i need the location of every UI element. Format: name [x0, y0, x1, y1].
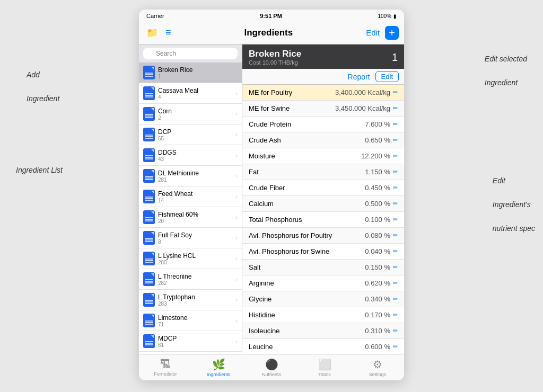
nutrient-value: 12.200 % ✏ — [361, 152, 398, 160]
tab-settings[interactable]: ⚙ Settings — [351, 354, 404, 380]
list-item[interactable]: Feed Wheat 14 › — [139, 186, 242, 207]
list-item[interactable]: DDGS 43 › — [139, 145, 242, 166]
chevron-right-icon: › — [235, 317, 238, 324]
nutrient-value: 7.600 % ✏ — [365, 120, 398, 128]
nutrient-row: Total Phosphorus 0.100 % ✏ — [242, 212, 404, 228]
edit-pencil-icon[interactable]: ✏ — [393, 200, 398, 207]
ingredient-text: Corn 2 — [158, 108, 232, 121]
edit-pencil-icon[interactable]: ✏ — [393, 89, 398, 96]
chevron-right-icon: › — [235, 69, 238, 76]
ingredient-id: 280 — [158, 260, 232, 265]
doc-icon — [143, 231, 155, 245]
nutrient-row: Isoleucine 0.310 % ✏ — [242, 323, 404, 339]
list-item[interactable]: Broken Rice 1 › — [139, 63, 242, 83]
nav-add-button[interactable]: + — [385, 26, 399, 40]
ingredient-text: Full Fat Soy 8 — [158, 231, 232, 245]
edit-pencil-icon[interactable]: ✏ — [393, 280, 398, 287]
ingredient-id: 1 — [158, 74, 232, 79]
ingredient-name: MDCP — [158, 335, 232, 342]
nutrient-row: ME for Swine 3,450.000 Kcal/kg ✏ — [242, 101, 404, 117]
filter-icon-button[interactable]: ≡ — [163, 26, 173, 39]
nutrient-row: Leucine 0.600 % ✏ — [242, 339, 404, 354]
list-item[interactable]: Limestone 71 › — [139, 310, 242, 331]
list-item[interactable]: Cassava Meal 4 › — [139, 83, 242, 104]
ingredient-text: Feed Wheat 14 — [158, 190, 232, 203]
nutrient-value: 0.170 % ✏ — [365, 311, 398, 319]
list-item[interactable]: DL Methionine 281 › — [139, 166, 242, 186]
ingredient-id: 8 — [158, 239, 232, 245]
ingredient-name: DCP — [158, 128, 232, 136]
list-item[interactable]: Full Fat Soy 8 › — [139, 228, 242, 248]
detail-title: Broken Rice — [249, 49, 301, 59]
list-item[interactable]: Fishmeal 60% 20 › — [139, 207, 242, 228]
ingredient-name: Cassava Meal — [158, 87, 232, 94]
nutrient-name: Glycine — [249, 295, 272, 303]
nutrient-row: Glycine 0.340 % ✏ — [242, 291, 404, 307]
annotation-list: Ingredient List — [16, 164, 63, 176]
list-item[interactable]: L Tryptophan 283 › — [139, 290, 242, 310]
ingredient-text: Fishmeal 60% 20 — [158, 211, 232, 224]
ingredient-text: L Lysine HCL 280 — [158, 252, 232, 265]
tab-ingredients[interactable]: 🌿 Ingredients — [192, 354, 245, 380]
carrier-label: Carrier — [146, 13, 164, 19]
edit-pencil-icon[interactable]: ✏ — [393, 343, 398, 350]
edit-pencil-icon[interactable]: ✏ — [393, 264, 398, 271]
list-item[interactable]: MDCP 61 › — [139, 331, 242, 352]
nutrient-value: 0.340 % ✏ — [365, 295, 398, 303]
doc-icon — [143, 293, 155, 307]
edit-pencil-icon[interactable]: ✏ — [393, 311, 398, 318]
nutrient-name: Crude Protein — [249, 120, 291, 128]
edit-pencil-icon[interactable]: ✏ — [393, 296, 398, 302]
list-item[interactable]: DCP 65 › — [139, 124, 242, 145]
tab-label: Ingredients — [207, 372, 231, 377]
nutrient-name: Crude Ash — [249, 136, 281, 144]
tab-icon: ⚫ — [265, 358, 278, 371]
ingredient-text: Limestone 71 — [158, 314, 232, 327]
tab-formulator[interactable]: 🏗 Formulator — [139, 354, 192, 380]
detail-panel: Broken Rice Cost 10.00 THB/kg 1 Report E… — [242, 44, 404, 354]
chevron-right-icon: › — [235, 131, 238, 138]
edit-pencil-icon[interactable]: ✏ — [393, 153, 398, 159]
ingredient-name: Limestone — [158, 314, 232, 322]
folder-icon-button[interactable]: 📁 — [144, 26, 160, 40]
chevron-right-icon: › — [235, 276, 238, 282]
doc-icon — [143, 128, 155, 141]
nutrient-row: Calcium 0.500 % ✏ — [242, 196, 404, 212]
edit-pencil-icon[interactable]: ✏ — [393, 137, 398, 144]
edit-pencil-icon[interactable]: ✏ — [393, 232, 398, 239]
ingredient-name: L Lysine HCL — [158, 252, 232, 260]
edit-pencil-icon[interactable]: ✏ — [393, 121, 398, 128]
edit-pencil-icon[interactable]: ✏ — [393, 216, 398, 223]
edit-pencil-icon[interactable]: ✏ — [393, 184, 398, 191]
ingredient-id: 283 — [158, 301, 232, 307]
nutrient-value: 0.450 % ✏ — [365, 184, 398, 192]
ingredient-name: DDGS — [158, 149, 232, 156]
chevron-right-icon: › — [235, 214, 238, 220]
nav-edit-button[interactable]: Edit — [364, 27, 382, 38]
edit-pencil-icon[interactable]: ✏ — [393, 105, 398, 112]
tab-icon: ⬜ — [318, 358, 331, 371]
nutrient-row: Avi. Phosphorus for Poultry 0.080 % ✏ — [242, 228, 404, 244]
edit-pencil-icon[interactable]: ✏ — [393, 327, 398, 334]
nutrient-row: Salt 0.150 % ✏ — [242, 260, 404, 275]
list-item[interactable]: L Lysine HCL 280 › — [139, 248, 242, 269]
chevron-right-icon: › — [235, 193, 238, 200]
tab-nutrients[interactable]: ⚫ Nutrients — [245, 354, 298, 380]
nutrient-name: ME for Poultry — [249, 88, 292, 96]
tab-icon: 🌿 — [212, 358, 225, 371]
annotation-add: AddIngredient — [27, 69, 59, 104]
nutrient-value: 0.150 % ✏ — [365, 263, 398, 271]
search-input[interactable] — [143, 48, 238, 59]
edit-pencil-icon[interactable]: ✏ — [393, 248, 398, 255]
report-button[interactable]: Report — [348, 73, 370, 81]
edit-ingredient-button[interactable]: Edit — [375, 71, 399, 82]
nutrient-value: 3,400.000 Kcal/kg ✏ — [335, 88, 398, 96]
nutrient-value: 0.650 % ✏ — [365, 136, 398, 144]
nutrient-value: 0.100 % ✏ — [365, 216, 398, 224]
list-item[interactable]: L Threonine 282 › — [139, 269, 242, 290]
ingredient-text: L Tryptophan 283 — [158, 293, 232, 307]
list-item[interactable]: Corn 2 › — [139, 104, 242, 124]
nutrient-name: ME for Swine — [249, 104, 290, 112]
edit-pencil-icon[interactable]: ✏ — [393, 168, 398, 175]
tab-totals[interactable]: ⬜ Totals — [298, 354, 351, 380]
